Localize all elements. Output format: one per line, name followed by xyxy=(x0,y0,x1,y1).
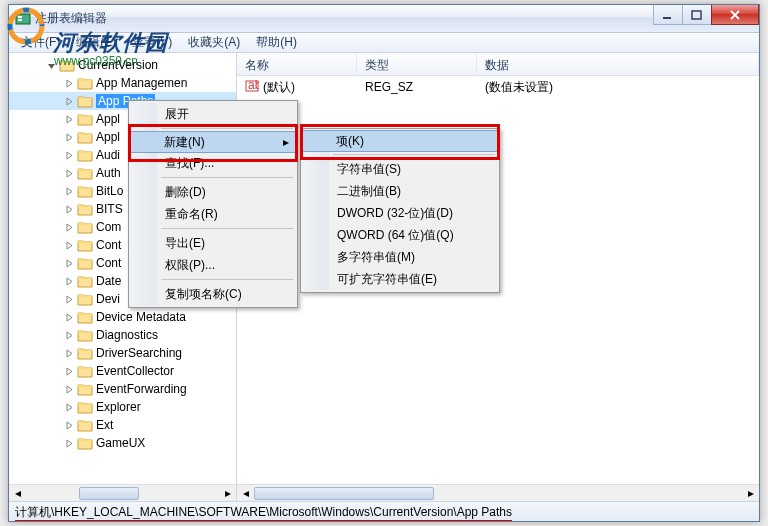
tree-item[interactable]: App Managemen xyxy=(9,74,236,92)
expander-icon[interactable] xyxy=(63,329,75,341)
tree-label: Explorer xyxy=(96,400,141,414)
titlebar[interactable]: 注册表编辑器 xyxy=(9,5,759,33)
cm-new-qword[interactable]: QWORD (64 位)值(Q) xyxy=(303,224,497,246)
app-icon xyxy=(15,11,31,27)
expander-icon[interactable] xyxy=(63,365,75,377)
tree-hscrollbar[interactable]: ◂ ▸ xyxy=(9,484,236,501)
expander-icon[interactable] xyxy=(63,113,75,125)
expander-icon[interactable] xyxy=(63,257,75,269)
expander-icon[interactable] xyxy=(63,77,75,89)
tree-item[interactable]: DriverSearching xyxy=(9,344,236,362)
scroll-thumb[interactable] xyxy=(79,487,139,500)
scroll-left-icon[interactable]: ◂ xyxy=(9,485,26,502)
cm-permissions[interactable]: 权限(P)... xyxy=(131,254,295,276)
expander-icon[interactable] xyxy=(63,275,75,287)
cm-new-expand[interactable]: 可扩充字符串值(E) xyxy=(303,268,497,290)
cm-expand[interactable]: 展开 xyxy=(131,103,295,125)
close-button[interactable] xyxy=(711,5,759,25)
context-menu-key: 展开 新建(N)▸ 查找(F)... 删除(D) 重命名(R) 导出(E) 权限… xyxy=(128,100,298,308)
col-type[interactable]: 类型 xyxy=(357,54,477,75)
tree-label: Diagnostics xyxy=(96,328,158,342)
svg-rect-4 xyxy=(692,11,701,19)
menu-view[interactable]: 查看(V) xyxy=(124,32,180,53)
expander-icon[interactable] xyxy=(63,437,75,449)
menu-favorites[interactable]: 收藏夹(A) xyxy=(180,32,248,53)
statusbar: 计算机\HKEY_LOCAL_MACHINE\SOFTWARE\Microsof… xyxy=(9,501,759,521)
tree-item[interactable]: EventCollector xyxy=(9,362,236,380)
expander-icon[interactable] xyxy=(63,347,75,359)
menubar: 文件(F) 编辑(E) 查看(V) 收藏夹(A) 帮助(H) xyxy=(9,33,759,53)
tree-label: EventCollector xyxy=(96,364,174,378)
expander-icon[interactable] xyxy=(63,383,75,395)
svg-rect-1 xyxy=(18,16,22,18)
cm-export[interactable]: 导出(E) xyxy=(131,232,295,254)
list-hscrollbar[interactable]: ◂ ▸ xyxy=(237,484,759,501)
tree-item[interactable]: Diagnostics xyxy=(9,326,236,344)
cm-rename[interactable]: 重命名(R) xyxy=(131,203,295,225)
scroll-left-icon[interactable]: ◂ xyxy=(237,485,254,502)
tree-label: Devi xyxy=(96,292,120,306)
tree-label: GameUX xyxy=(96,436,145,450)
tree-label: EventForwarding xyxy=(96,382,187,396)
svg-rect-3 xyxy=(663,17,671,19)
expander-icon[interactable] xyxy=(63,203,75,215)
expander-icon[interactable] xyxy=(63,149,75,161)
menu-file[interactable]: 文件(F) xyxy=(13,32,68,53)
scroll-thumb[interactable] xyxy=(254,487,434,500)
expander-icon[interactable] xyxy=(63,131,75,143)
tree-label: Appl xyxy=(96,130,120,144)
cm-new-multi[interactable]: 多字符串值(M) xyxy=(303,246,497,268)
cm-delete[interactable]: 删除(D) xyxy=(131,181,295,203)
svg-rect-2 xyxy=(18,19,22,21)
col-name[interactable]: 名称 xyxy=(237,54,357,75)
string-value-icon: ab xyxy=(245,79,263,96)
cm-new[interactable]: 新建(N)▸ xyxy=(130,131,296,153)
tree-item[interactable]: EventForwarding xyxy=(9,380,236,398)
expander-icon[interactable] xyxy=(63,167,75,179)
list-row[interactable]: ab(默认)REG_SZ(数值未设置) xyxy=(237,78,759,96)
cm-new-string[interactable]: 字符串值(S) xyxy=(303,158,497,180)
expander-icon[interactable] xyxy=(63,293,75,305)
tree-label: Cont xyxy=(96,238,121,252)
cell-name: (默认) xyxy=(263,79,295,96)
tree-label: Cont xyxy=(96,256,121,270)
tree-item[interactable]: GameUX xyxy=(9,434,236,452)
submenu-arrow-icon: ▸ xyxy=(283,135,289,149)
tree-label: Device Metadata xyxy=(96,310,186,324)
expander-icon[interactable] xyxy=(63,239,75,251)
cm-copykey[interactable]: 复制项名称(C) xyxy=(131,283,295,305)
tree-item[interactable]: Ext xyxy=(9,416,236,434)
tree-label: BitLo xyxy=(96,184,123,198)
statusbar-path: 计算机\HKEY_LOCAL_MACHINE\SOFTWARE\Microsof… xyxy=(15,505,512,521)
expander-icon[interactable] xyxy=(63,311,75,323)
tree-label: Appl xyxy=(96,112,120,126)
scroll-right-icon[interactable]: ▸ xyxy=(742,485,759,502)
cm-new-key[interactable]: 项(K) xyxy=(302,130,498,152)
cm-find[interactable]: 查找(F)... xyxy=(131,152,295,174)
cm-new-binary[interactable]: 二进制值(B) xyxy=(303,180,497,202)
expander-icon[interactable] xyxy=(63,419,75,431)
tree-item[interactable]: Explorer xyxy=(9,398,236,416)
window-title: 注册表编辑器 xyxy=(35,10,107,27)
cell-data: (数值未设置) xyxy=(477,79,759,96)
col-data[interactable]: 数据 xyxy=(477,54,759,75)
expander-icon[interactable] xyxy=(63,185,75,197)
menu-edit[interactable]: 编辑(E) xyxy=(68,32,124,53)
tree-label: Auth xyxy=(96,166,121,180)
expander-icon[interactable] xyxy=(45,59,57,71)
tree-label: Date xyxy=(96,274,121,288)
expander-icon[interactable] xyxy=(63,221,75,233)
tree-label: Com xyxy=(96,220,121,234)
tree-root[interactable]: CurrentVersion xyxy=(9,56,236,74)
scroll-right-icon[interactable]: ▸ xyxy=(219,485,236,502)
expander-icon[interactable] xyxy=(63,401,75,413)
maximize-button[interactable] xyxy=(682,5,712,25)
svg-text:ab: ab xyxy=(248,79,259,92)
tree-label: BITS xyxy=(96,202,123,216)
menu-help[interactable]: 帮助(H) xyxy=(248,32,305,53)
cm-new-dword[interactable]: DWORD (32-位)值(D) xyxy=(303,202,497,224)
expander-icon[interactable] xyxy=(63,95,75,107)
tree-item[interactable]: Device Metadata xyxy=(9,308,236,326)
tree-label: DriverSearching xyxy=(96,346,182,360)
minimize-button[interactable] xyxy=(653,5,683,25)
